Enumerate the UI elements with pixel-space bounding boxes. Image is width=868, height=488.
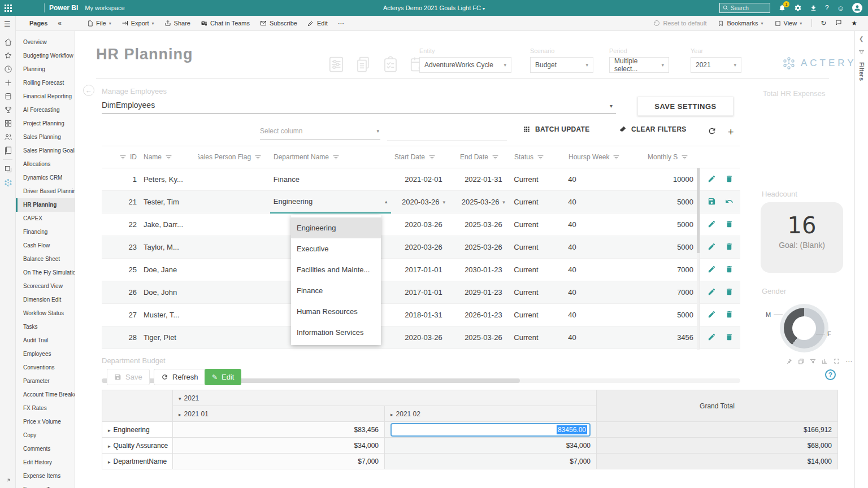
help-button[interactable]: ?	[825, 369, 836, 380]
menu-item-file[interactable]: File▾	[83, 18, 115, 29]
create-plus-icon[interactable]	[0, 76, 16, 89]
employee-row-28[interactable]: 28Tiger, Piet2020-03-262025-03-26Current…	[102, 326, 740, 349]
employee-row-25[interactable]: 25Doe, Jane2017-01-012030-01-23Current40…	[102, 259, 740, 281]
dataset-select[interactable]: DimEmployees ▾	[102, 101, 616, 114]
budget-edit-button[interactable]: ✎ Edit	[205, 369, 241, 385]
delete-row-icon[interactable]	[725, 287, 734, 298]
datasets-box-icon[interactable]	[0, 89, 16, 103]
sidebar-page-on-the-fly-simulation[interactable]: On The Fly Simulation	[16, 266, 75, 280]
sidebar-page-project-planning[interactable]: Project Planning	[16, 117, 75, 130]
menu-item-chat-in-teams[interactable]: Chat in Teams	[197, 18, 254, 29]
budget-year-header[interactable]: ▾2021	[173, 390, 597, 406]
browse-layers-icon[interactable]	[0, 162, 16, 176]
sidebar-page-expense-type[interactable]: Expense Type	[16, 483, 75, 488]
column-header-sales-person-flag[interactable]: Sales Person Flag	[198, 153, 270, 161]
recent-clock-icon[interactable]	[0, 62, 16, 76]
sidebar-page-budgeting-workflow[interactable]: Budgeting Workflow	[16, 49, 75, 63]
sidebar-page-copy[interactable]: Copy	[16, 429, 75, 442]
back-button[interactable]: ←	[83, 85, 94, 96]
dropdown-option-information-services[interactable]: Information Services	[291, 322, 381, 343]
refresh-visuals-icon[interactable]: ↻	[818, 18, 829, 29]
column-header-department-name[interactable]: Department Name	[270, 153, 391, 161]
cell-end[interactable]: 2025-03-26▾	[456, 191, 510, 213]
cell-status[interactable]: Current	[510, 191, 565, 213]
sidebar-page-parameter[interactable]: Parameter	[16, 374, 75, 388]
settings-sliders-icon[interactable]	[328, 55, 345, 76]
employee-row-23[interactable]: 23Taylor, M...2020-03-262025-03-26Curren…	[102, 236, 740, 259]
sidebar-page-sales-planning-goals[interactable]: Sales Planning Goals	[16, 144, 75, 158]
user-avatar[interactable]	[852, 3, 862, 13]
copy-visual-icon[interactable]	[798, 356, 804, 367]
column-header-hoursp-week[interactable]: Hoursp Week	[565, 153, 644, 161]
menu-item-edit[interactable]: Edit	[303, 18, 332, 29]
sidebar-page-balance-sheet[interactable]: Balance Sheet	[16, 252, 75, 266]
cell-monthly[interactable]: 5000	[644, 191, 697, 213]
search-box[interactable]	[719, 3, 770, 13]
column-header-status[interactable]: Status	[511, 153, 565, 161]
edit-row-icon[interactable]	[708, 175, 716, 185]
year-dropdown[interactable]: 2021▾	[691, 57, 741, 73]
sidebar-page-fx-rates[interactable]: FX Rates	[16, 402, 75, 415]
open-external-icon[interactable]	[0, 477, 16, 483]
sidebar-page-expense-items[interactable]: Expense Items	[16, 469, 75, 483]
sidebar-page-sales-planning[interactable]: Sales Planning	[16, 130, 75, 144]
table-vertical-scrollbar[interactable]	[697, 168, 700, 350]
delete-row-icon[interactable]	[725, 333, 734, 343]
delete-row-icon[interactable]	[725, 310, 734, 320]
sidebar-page-hr-planning[interactable]: HR Planning	[16, 198, 75, 212]
sidebar-page-workflow-status[interactable]: Workflow Status	[16, 307, 75, 320]
favorite-star-icon[interactable]: ★	[848, 18, 860, 29]
cell-id[interactable]: 21	[102, 191, 140, 213]
cell-start[interactable]: 2020-03-26▾	[391, 191, 457, 213]
entity-dropdown[interactable]: AdventureWorks Cycle▾	[419, 57, 511, 73]
undo-row-icon[interactable]	[725, 197, 734, 207]
smart-narrative-icon[interactable]	[822, 356, 828, 367]
sidebar-page-audit-trail[interactable]: Audit Trail	[16, 334, 75, 347]
sidebar-page-dimension-edit[interactable]: Dimension Edit	[16, 293, 75, 307]
budget-cell[interactable]: $7,000	[385, 454, 597, 469]
budget-save-button[interactable]: Save	[107, 369, 150, 385]
cell-name[interactable]: Tester, Tim	[140, 191, 198, 213]
apps-grid-icon[interactable]	[0, 116, 16, 130]
scenario-dropdown[interactable]: Budget▾	[530, 57, 593, 73]
help-icon[interactable]: ?	[825, 4, 829, 12]
hamburger-menu-icon[interactable]: ☰	[4, 20, 15, 28]
delete-row-icon[interactable]	[725, 242, 734, 252]
pin-icon[interactable]	[786, 356, 792, 367]
menu-item-share[interactable]: Share	[160, 18, 194, 29]
menu-item-subscribe[interactable]: Subscribe	[256, 18, 301, 29]
collapse-pages-icon[interactable]: «	[58, 19, 62, 27]
employee-row-21[interactable]: 21Tester, TimEngineering▴2020-03-26▾2025…	[102, 191, 740, 213]
clear-filters-button[interactable]: CLEAR FILTERS	[619, 125, 687, 133]
search-input[interactable]	[731, 5, 766, 11]
sidebar-page-allocations[interactable]: Allocations	[16, 158, 75, 171]
dropdown-option-facilities-and-mainte-[interactable]: Facilities and Mainte...	[291, 259, 381, 280]
sidebar-page-planning[interactable]: Planning	[16, 63, 75, 76]
comments-icon[interactable]	[832, 18, 845, 29]
checklist-clipboard-icon[interactable]	[382, 55, 399, 76]
sidebar-page-comments[interactable]: Comments	[16, 442, 75, 456]
column-header-end-date[interactable]: End Date	[457, 153, 511, 161]
period-dropdown[interactable]: Multiple select...▾	[609, 57, 669, 73]
powerbi-brand[interactable]: Power BI	[49, 4, 78, 12]
sidebar-page-scorecard-view[interactable]: Scorecard View	[16, 280, 75, 293]
budget-cell[interactable]: $34,000	[385, 438, 597, 454]
budget-cell[interactable]: $83,456	[173, 422, 385, 438]
sidebar-page-overview[interactable]: Overview	[16, 36, 75, 49]
select-column-dropdown[interactable]: Select column ▾	[260, 127, 380, 140]
edit-row-icon[interactable]	[708, 220, 716, 230]
edit-row-icon[interactable]	[708, 310, 716, 320]
delete-row-icon[interactable]	[725, 175, 734, 185]
focus-mode-icon[interactable]	[834, 356, 840, 367]
sidebar-page-rolling-forecast[interactable]: Rolling Forecast	[16, 76, 75, 90]
budget-row-header[interactable]: ▸DepartmentName	[102, 454, 173, 469]
sidebar-page-financing[interactable]: Financing	[16, 225, 75, 239]
edit-row-icon[interactable]	[708, 287, 716, 298]
sidebar-page-financial-reporting[interactable]: Financial Reporting	[16, 90, 75, 103]
add-row-icon[interactable]: +	[728, 127, 734, 138]
more-options-icon[interactable]: ⋯	[845, 358, 852, 365]
download-icon[interactable]	[810, 5, 817, 12]
chevron-down-icon[interactable]: ▾	[483, 6, 485, 11]
feedback-smiley-icon[interactable]: ☺	[837, 4, 844, 12]
sidebar-page-driver-based-planning[interactable]: Driver Based Planning	[16, 185, 75, 198]
